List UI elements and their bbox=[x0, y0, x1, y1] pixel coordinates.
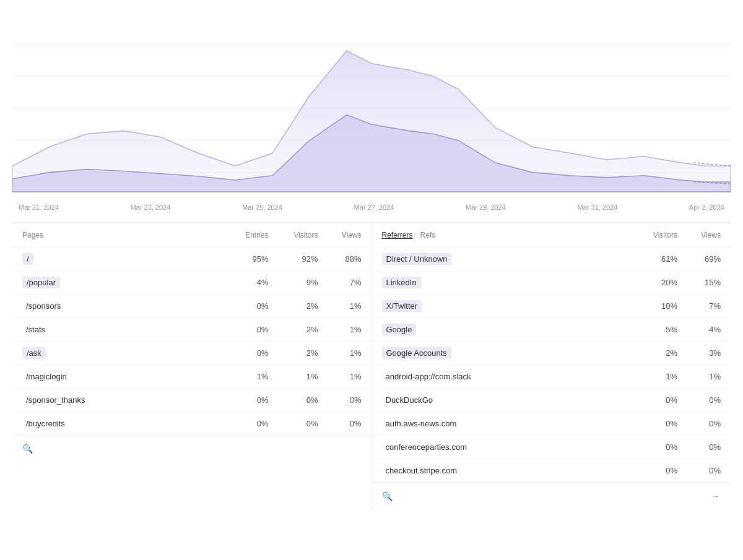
referrers-table-row: LinkedIn20%15% bbox=[372, 271, 731, 295]
referrers-nav-arrow[interactable]: → bbox=[711, 491, 721, 502]
pages-row-label-cell: /stats bbox=[22, 324, 219, 335]
referrers-row-visitors: 1% bbox=[628, 372, 677, 381]
referrers-col-views: Views bbox=[677, 231, 721, 239]
referrers-row-label[interactable]: LinkedIn bbox=[382, 277, 421, 288]
pages-table-row: /buycredits0%0%0% bbox=[12, 412, 372, 436]
referrers-row-label[interactable]: DuckDuckGo bbox=[382, 394, 437, 406]
referrers-panel-footer: 🔍 → bbox=[372, 483, 731, 509]
pages-row-label-cell: /sponsor_thanks bbox=[22, 394, 219, 406]
referrers-row-label-cell: checkout.stripe.com bbox=[382, 465, 628, 476]
pages-row-views: 1% bbox=[318, 348, 362, 358]
referrers-tabs: Referrers Refs bbox=[382, 231, 628, 239]
referrers-row-label[interactable]: conferenceparties.com bbox=[382, 441, 471, 453]
pages-panel-footer: 🔍 bbox=[12, 436, 372, 461]
pages-row-entries: 0% bbox=[219, 301, 269, 311]
referrers-row-label[interactable]: Direct / Unknown bbox=[382, 253, 452, 265]
pages-row-label[interactable]: /magiclogin bbox=[22, 371, 71, 382]
referrers-row-views: 15% bbox=[677, 278, 721, 287]
pages-col-pages: Pages bbox=[22, 231, 219, 239]
referrers-row-views: 4% bbox=[677, 325, 721, 334]
pages-row-entries: 0% bbox=[219, 395, 269, 405]
referrers-row-label-cell: LinkedIn bbox=[382, 277, 628, 288]
referrers-table-row: DuckDuckGo0%0% bbox=[372, 389, 731, 412]
chart-svg bbox=[12, 12, 731, 198]
pages-row-label[interactable]: /stats bbox=[22, 324, 49, 335]
pages-row-label[interactable]: /sponsors bbox=[22, 300, 64, 312]
pages-row-label-cell: / bbox=[22, 253, 219, 265]
pages-row-label[interactable]: /ask bbox=[22, 347, 46, 359]
referrers-row-label-cell: conferenceparties.com bbox=[382, 441, 628, 453]
pages-row-visitors: 1% bbox=[269, 372, 318, 381]
referrers-table-row: Google5%4% bbox=[372, 318, 731, 342]
referrers-row-label[interactable]: auth.aws-news.com bbox=[382, 418, 461, 429]
pages-row-views: 1% bbox=[318, 325, 362, 334]
pages-table-row: /magiclogin1%1%1% bbox=[12, 365, 372, 389]
pages-row-visitors: 0% bbox=[269, 419, 318, 428]
pages-row-entries: 0% bbox=[219, 325, 269, 334]
pages-row-views: 7% bbox=[318, 278, 362, 287]
referrers-row-visitors: 0% bbox=[628, 466, 677, 475]
pages-row-label[interactable]: /buycredits bbox=[22, 418, 69, 429]
pages-row-label[interactable]: /popular bbox=[22, 277, 60, 288]
pages-row-label-cell: /ask bbox=[22, 347, 219, 359]
referrers-table-row: auth.aws-news.com0%0% bbox=[372, 412, 731, 436]
tab-referrers[interactable]: Referrers bbox=[382, 231, 413, 239]
referrers-panel: Referrers Refs Visitors Views Direct / U… bbox=[372, 223, 731, 509]
referrers-row-label[interactable]: checkout.stripe.com bbox=[382, 465, 461, 476]
referrers-row-label-cell: Google Accounts bbox=[382, 347, 628, 359]
pages-row-views: 1% bbox=[318, 372, 362, 381]
x-label-4: Mar 29, 2024 bbox=[466, 204, 506, 211]
referrers-row-label-cell: Direct / Unknown bbox=[382, 253, 628, 265]
tab-refs[interactable]: Refs bbox=[420, 231, 436, 239]
pages-row-views: 1% bbox=[318, 301, 362, 311]
referrers-row-label-cell: auth.aws-news.com bbox=[382, 418, 628, 429]
referrers-panel-header: Referrers Refs Visitors Views bbox=[372, 223, 731, 248]
x-label-3: Mar 27, 2024 bbox=[354, 204, 394, 211]
referrers-row-label-cell: DuckDuckGo bbox=[382, 394, 628, 406]
pages-row-entries: 0% bbox=[219, 348, 269, 358]
referrers-row-visitors: 20% bbox=[628, 278, 677, 287]
pages-search-icon[interactable]: 🔍 bbox=[22, 444, 33, 454]
pages-row-views: 0% bbox=[318, 419, 362, 428]
referrers-row-views: 0% bbox=[677, 466, 721, 475]
pages-row-label[interactable]: /sponsor_thanks bbox=[22, 394, 89, 406]
pages-row-entries: 95% bbox=[219, 254, 269, 264]
referrers-row-views: 69% bbox=[677, 254, 721, 264]
referrers-row-label[interactable]: Google Accounts bbox=[382, 347, 451, 359]
pages-row-entries: 1% bbox=[219, 372, 269, 381]
referrers-row-visitors: 0% bbox=[628, 442, 677, 452]
pages-row-views: 0% bbox=[318, 395, 362, 405]
referrers-row-label[interactable]: X/Twitter bbox=[382, 300, 422, 312]
referrers-search-icon[interactable]: 🔍 bbox=[382, 491, 393, 501]
pages-table-row: /sponsor_thanks0%0%0% bbox=[12, 389, 372, 412]
x-label-5: Mar 31, 2024 bbox=[578, 204, 618, 211]
pages-table-row: /stats0%2%1% bbox=[12, 318, 372, 342]
referrers-row-visitors: 10% bbox=[628, 301, 677, 311]
referrers-row-label[interactable]: Google bbox=[382, 324, 417, 335]
pages-row-visitors: 0% bbox=[269, 395, 318, 405]
pages-panel: Pages Entries Visitors Views /95%92%88%/… bbox=[12, 223, 372, 509]
pages-row-visitors: 9% bbox=[269, 278, 318, 287]
referrers-row-views: 1% bbox=[677, 372, 721, 381]
chart-container: Mar 21, 2024 Mar 23, 2024 Mar 25, 2024 M… bbox=[12, 12, 731, 223]
x-label-6: Apr 2, 2024 bbox=[689, 204, 724, 211]
referrers-table-row: Direct / Unknown61%69% bbox=[372, 248, 731, 271]
x-label-2: Mar 25, 2024 bbox=[242, 204, 282, 211]
referrers-row-label-cell: Google bbox=[382, 324, 628, 335]
referrers-row-views: 0% bbox=[677, 442, 721, 452]
pages-col-entries: Entries bbox=[219, 231, 269, 239]
referrers-table-row: X/Twitter10%7% bbox=[372, 295, 731, 318]
referrers-table-row: checkout.stripe.com0%0% bbox=[372, 459, 731, 483]
pages-row-label[interactable]: / bbox=[22, 253, 33, 265]
pages-row-label-cell: /magiclogin bbox=[22, 371, 219, 382]
pages-table-row: /ask0%2%1% bbox=[12, 342, 372, 365]
main-container: Mar 21, 2024 Mar 23, 2024 Mar 25, 2024 M… bbox=[0, 0, 743, 560]
referrers-row-label[interactable]: android-app://com.slack bbox=[382, 371, 475, 382]
pages-row-entries: 4% bbox=[219, 278, 269, 287]
pages-row-views: 88% bbox=[318, 254, 362, 264]
pages-table-row: /sponsors0%2%1% bbox=[12, 295, 372, 318]
pages-col-visitors: Visitors bbox=[269, 231, 318, 239]
pages-row-label-cell: /sponsors bbox=[22, 300, 219, 312]
bottom-section: Pages Entries Visitors Views /95%92%88%/… bbox=[12, 223, 731, 509]
referrers-row-views: 0% bbox=[677, 395, 721, 405]
